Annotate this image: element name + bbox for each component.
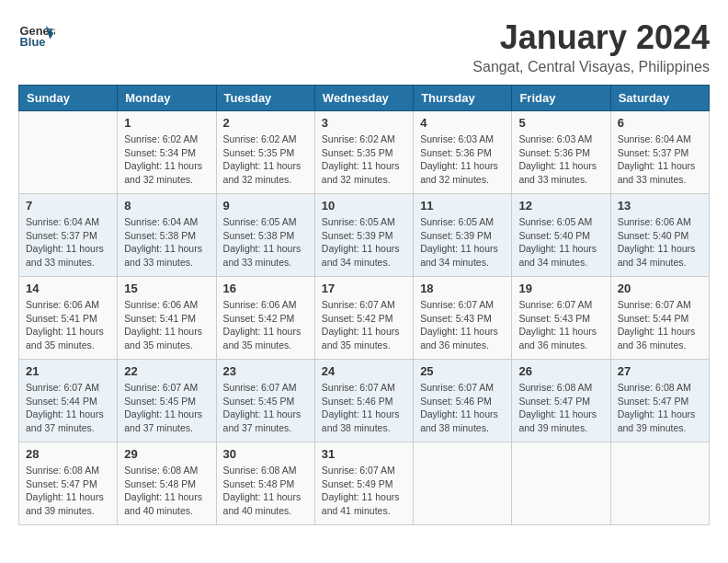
day-number: 30 — [223, 447, 308, 461]
day-info: Sunrise: 6:07 AMSunset: 5:46 PMDaylight:… — [322, 381, 406, 435]
month-title: January 2024 — [472, 18, 710, 57]
week-row-5: 28Sunrise: 6:08 AMSunset: 5:47 PMDayligh… — [19, 442, 710, 525]
day-number: 28 — [26, 447, 110, 461]
day-number: 27 — [618, 364, 702, 378]
calendar-cell: 13Sunrise: 6:06 AMSunset: 5:40 PMDayligh… — [610, 194, 709, 277]
svg-text:Blue: Blue — [20, 35, 46, 49]
week-row-3: 14Sunrise: 6:06 AMSunset: 5:41 PMDayligh… — [19, 277, 710, 360]
header-monday: Monday — [118, 86, 216, 111]
calendar-body: 1Sunrise: 6:02 AMSunset: 5:34 PMDaylight… — [19, 111, 710, 525]
day-number: 23 — [223, 364, 308, 378]
calendar-cell — [414, 442, 512, 525]
calendar-cell: 4Sunrise: 6:03 AMSunset: 5:36 PMDaylight… — [414, 111, 512, 194]
calendar-cell: 21Sunrise: 6:07 AMSunset: 5:44 PMDayligh… — [19, 360, 118, 442]
calendar-cell: 27Sunrise: 6:08 AMSunset: 5:47 PMDayligh… — [610, 360, 709, 442]
day-number: 20 — [618, 282, 702, 295]
day-info: Sunrise: 6:05 AMSunset: 5:39 PMDaylight:… — [420, 215, 505, 270]
day-number: 18 — [420, 282, 505, 295]
day-info: Sunrise: 6:08 AMSunset: 5:47 PMDaylight:… — [26, 464, 110, 518]
day-info: Sunrise: 6:06 AMSunset: 5:41 PMDaylight:… — [26, 298, 110, 352]
day-number: 14 — [26, 282, 110, 295]
day-number: 5 — [518, 116, 603, 130]
calendar-cell: 15Sunrise: 6:06 AMSunset: 5:41 PMDayligh… — [118, 277, 216, 360]
day-number: 22 — [124, 364, 209, 378]
day-number: 10 — [322, 199, 406, 213]
logo: General Blue — [18, 18, 55, 55]
day-number: 9 — [223, 199, 308, 213]
calendar-cell: 9Sunrise: 6:05 AMSunset: 5:38 PMDaylight… — [216, 194, 314, 277]
calendar-cell — [512, 442, 610, 525]
day-info: Sunrise: 6:05 AMSunset: 5:40 PMDaylight:… — [518, 215, 603, 270]
day-info: Sunrise: 6:07 AMSunset: 5:45 PMDaylight:… — [223, 381, 308, 435]
day-info: Sunrise: 6:07 AMSunset: 5:46 PMDaylight:… — [420, 381, 505, 435]
day-info: Sunrise: 6:07 AMSunset: 5:43 PMDaylight:… — [420, 298, 505, 352]
calendar-cell: 11Sunrise: 6:05 AMSunset: 5:39 PMDayligh… — [414, 194, 512, 277]
day-number: 1 — [124, 116, 209, 130]
day-number: 11 — [420, 199, 505, 213]
header-friday: Friday — [512, 86, 610, 111]
calendar-cell: 28Sunrise: 6:08 AMSunset: 5:47 PMDayligh… — [19, 442, 118, 525]
day-info: Sunrise: 6:08 AMSunset: 5:47 PMDaylight:… — [518, 381, 603, 435]
day-info: Sunrise: 6:07 AMSunset: 5:49 PMDaylight:… — [322, 464, 406, 518]
day-number: 13 — [618, 199, 702, 213]
day-info: Sunrise: 6:03 AMSunset: 5:36 PMDaylight:… — [518, 132, 603, 187]
day-info: Sunrise: 6:08 AMSunset: 5:48 PMDaylight:… — [223, 464, 308, 518]
day-info: Sunrise: 6:07 AMSunset: 5:45 PMDaylight:… — [124, 381, 209, 435]
header-thursday: Thursday — [414, 86, 512, 111]
day-number: 7 — [26, 199, 110, 213]
day-info: Sunrise: 6:05 AMSunset: 5:38 PMDaylight:… — [223, 215, 308, 270]
calendar-cell — [610, 442, 709, 525]
calendar-table: SundayMondayTuesdayWednesdayThursdayFrid… — [18, 85, 710, 525]
day-number: 4 — [420, 116, 505, 130]
header-tuesday: Tuesday — [216, 86, 314, 111]
title-area: January 2024 Sangat, Central Visayas, Ph… — [472, 18, 710, 75]
day-info: Sunrise: 6:06 AMSunset: 5:40 PMDaylight:… — [618, 215, 702, 270]
day-info: Sunrise: 6:04 AMSunset: 5:37 PMDaylight:… — [618, 132, 702, 187]
calendar-cell: 31Sunrise: 6:07 AMSunset: 5:49 PMDayligh… — [314, 442, 413, 525]
day-info: Sunrise: 6:05 AMSunset: 5:39 PMDaylight:… — [322, 215, 406, 270]
day-info: Sunrise: 6:08 AMSunset: 5:48 PMDaylight:… — [124, 464, 209, 518]
day-info: Sunrise: 6:06 AMSunset: 5:41 PMDaylight:… — [124, 298, 209, 352]
day-number: 24 — [322, 364, 406, 378]
day-number: 8 — [124, 199, 209, 213]
calendar-cell: 23Sunrise: 6:07 AMSunset: 5:45 PMDayligh… — [216, 360, 314, 442]
logo-icon: General Blue — [18, 18, 55, 55]
day-number: 21 — [26, 364, 110, 378]
location-subtitle: Sangat, Central Visayas, Philippines — [472, 59, 710, 75]
day-number: 19 — [518, 282, 603, 295]
calendar-cell: 3Sunrise: 6:02 AMSunset: 5:35 PMDaylight… — [314, 111, 413, 194]
week-row-4: 21Sunrise: 6:07 AMSunset: 5:44 PMDayligh… — [19, 360, 710, 442]
day-info: Sunrise: 6:08 AMSunset: 5:47 PMDaylight:… — [618, 381, 702, 435]
calendar-cell: 10Sunrise: 6:05 AMSunset: 5:39 PMDayligh… — [314, 194, 413, 277]
calendar-cell: 19Sunrise: 6:07 AMSunset: 5:43 PMDayligh… — [512, 277, 610, 360]
day-number: 12 — [518, 199, 603, 213]
day-info: Sunrise: 6:03 AMSunset: 5:36 PMDaylight:… — [420, 132, 505, 187]
calendar-cell: 8Sunrise: 6:04 AMSunset: 5:38 PMDaylight… — [118, 194, 216, 277]
day-info: Sunrise: 6:04 AMSunset: 5:37 PMDaylight:… — [26, 215, 110, 270]
day-info: Sunrise: 6:07 AMSunset: 5:43 PMDaylight:… — [518, 298, 603, 352]
calendar-cell: 12Sunrise: 6:05 AMSunset: 5:40 PMDayligh… — [512, 194, 610, 277]
calendar-cell: 22Sunrise: 6:07 AMSunset: 5:45 PMDayligh… — [118, 360, 216, 442]
day-number: 25 — [420, 364, 505, 378]
day-number: 17 — [322, 282, 406, 295]
page-header: General Blue January 2024 Sangat, Centra… — [18, 18, 710, 75]
calendar-cell: 30Sunrise: 6:08 AMSunset: 5:48 PMDayligh… — [216, 442, 314, 525]
day-number: 29 — [124, 447, 209, 461]
header-row: SundayMondayTuesdayWednesdayThursdayFrid… — [19, 86, 710, 111]
calendar-cell: 18Sunrise: 6:07 AMSunset: 5:43 PMDayligh… — [414, 277, 512, 360]
day-info: Sunrise: 6:07 AMSunset: 5:42 PMDaylight:… — [322, 298, 406, 352]
calendar-cell: 25Sunrise: 6:07 AMSunset: 5:46 PMDayligh… — [414, 360, 512, 442]
day-number: 6 — [618, 116, 702, 130]
day-info: Sunrise: 6:04 AMSunset: 5:38 PMDaylight:… — [124, 215, 209, 270]
day-number: 15 — [124, 282, 209, 295]
header-sunday: Sunday — [19, 86, 118, 111]
calendar-cell: 20Sunrise: 6:07 AMSunset: 5:44 PMDayligh… — [610, 277, 709, 360]
calendar-cell: 2Sunrise: 6:02 AMSunset: 5:35 PMDaylight… — [216, 111, 314, 194]
day-number: 26 — [518, 364, 603, 378]
week-row-1: 1Sunrise: 6:02 AMSunset: 5:34 PMDaylight… — [19, 111, 710, 194]
calendar-cell: 24Sunrise: 6:07 AMSunset: 5:46 PMDayligh… — [314, 360, 413, 442]
calendar-cell: 7Sunrise: 6:04 AMSunset: 5:37 PMDaylight… — [19, 194, 118, 277]
calendar-cell: 16Sunrise: 6:06 AMSunset: 5:42 PMDayligh… — [216, 277, 314, 360]
calendar-cell: 26Sunrise: 6:08 AMSunset: 5:47 PMDayligh… — [512, 360, 610, 442]
calendar-cell: 1Sunrise: 6:02 AMSunset: 5:34 PMDaylight… — [118, 111, 216, 194]
